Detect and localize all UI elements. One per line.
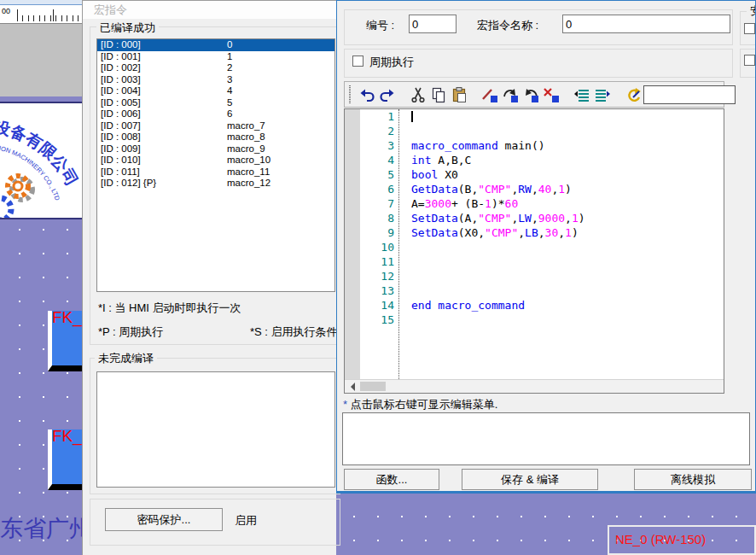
macro-list-item[interactable]: [ID : 009]macro_9	[97, 143, 334, 155]
horizontal-ruler: 00	[0, 5, 82, 24]
code-line: 6GetData(B,"CMP",RW,40,1)	[345, 182, 724, 196]
code-line: 9SetData(X0,"CMP",LB,30,1)	[345, 225, 724, 240]
macro-wizard-icon[interactable]	[623, 85, 643, 104]
editor-toolbar	[344, 81, 724, 108]
security-group-label: 安	[747, 3, 756, 19]
periodic-checkbox-label: 周期执行	[369, 55, 414, 70]
next-bookmark-icon[interactable]	[500, 85, 520, 104]
indent-icon[interactable]	[592, 85, 613, 104]
macro-list-item[interactable]: [ID : 007]macro_7	[97, 120, 334, 132]
toggle-bookmark-icon[interactable]	[480, 85, 500, 104]
code-line: 2	[345, 124, 724, 138]
macro-list-item[interactable]: [ID : 005]5	[97, 97, 334, 109]
code-line: 8SetData(A,"CMP",LW,9000,1)	[345, 211, 724, 225]
paste-icon[interactable]	[449, 85, 469, 104]
compiled-group-label: 已编译成功	[96, 20, 159, 36]
macro-id-label: 编号 :	[366, 18, 394, 33]
macro-list-dialog: 宏指令 已编译成功 [ID : 000]0[ID : 001]1[ID : 00…	[82, 0, 336, 555]
macro-list-item[interactable]: [ID : 006]6	[97, 108, 334, 120]
ruler-major-tick	[17, 9, 18, 21]
save-compile-button[interactable]: 保存 & 编译	[462, 469, 598, 490]
compiled-macro-list[interactable]: [ID : 000]0[ID : 001]1[ID : 002]2[ID : 0…	[96, 38, 335, 292]
ruler-label: 00	[2, 7, 10, 15]
outdent-icon[interactable]	[572, 85, 592, 104]
code-editor[interactable]: 123macro_command main()4int A,B,C5bool X…	[344, 108, 724, 394]
failed-macro-list[interactable]	[96, 371, 335, 488]
code-line: 1	[345, 109, 724, 124]
clear-bookmarks-icon[interactable]	[541, 85, 561, 104]
right-click-hint: * 点击鼠标右键可显示编辑菜单.	[343, 397, 497, 412]
macro-id-input[interactable]	[409, 15, 457, 33]
macro-editor-dialog: 编号 : 宏指令名称 : 安 周期执行	[336, 0, 756, 494]
code-line: 15	[345, 313, 724, 327]
toolbar-drag-handle[interactable]	[349, 85, 351, 103]
ruler-major-tick	[53, 9, 54, 21]
object-label: NE_0 (RW-150)	[615, 532, 706, 546]
note-condition: *S : 启用执行条件	[250, 324, 338, 340]
screen: 00 设备有限公司 TION MACHINERY CO., LTD	[0, 0, 756, 555]
code-line: 7A=3000+ (B-1)*60	[345, 196, 724, 211]
text-caret	[411, 111, 413, 122]
macro-list-item[interactable]: [ID : 012] {P}macro_12	[97, 178, 334, 190]
macro-list-item[interactable]: [ID : 001]1	[97, 51, 334, 63]
macro-name-input[interactable]	[562, 15, 730, 33]
copy-icon[interactable]	[428, 85, 449, 104]
functions-button[interactable]: 函数...	[344, 469, 439, 490]
function-key-object-fk2[interactable]: FK_2	[48, 429, 83, 490]
macro-list-item[interactable]: [ID : 011]macro_11	[97, 166, 334, 178]
macro-list-item[interactable]: [ID : 002]2	[97, 62, 334, 74]
code-line: 5bool X0	[345, 167, 724, 182]
code-line: 14end macro_command	[345, 298, 724, 313]
password-protect-button[interactable]: 密码保护...	[105, 508, 223, 531]
undo-icon[interactable]	[357, 85, 377, 104]
company-logo-image: 设备有限公司 TION MACHINERY CO., LTD	[0, 103, 82, 218]
company-logo-object[interactable]: 设备有限公司 TION MACHINERY CO., LTD	[0, 102, 82, 219]
cut-icon[interactable]	[408, 85, 428, 104]
canvas-text-object[interactable]: 东省广州	[0, 513, 92, 544]
macro-list-item[interactable]: [ID : 003]3	[97, 74, 334, 86]
toolbar-search-input[interactable]	[643, 85, 736, 104]
code-line: 13	[345, 283, 724, 298]
previous-bookmark-icon[interactable]	[520, 85, 541, 104]
password-status: 启用	[235, 513, 257, 529]
ruler-ticks	[17, 15, 82, 21]
numeric-object-ne0[interactable]: NE_0 (RW-150)	[608, 525, 756, 555]
macro-list-item[interactable]: [ID : 004]4	[97, 85, 334, 97]
note-startup: *I : 当 HMI 启动时即执行一次	[98, 301, 241, 316]
offline-simulation-button[interactable]: 离线模拟	[634, 469, 752, 490]
periodic-checkbox[interactable]	[352, 56, 363, 67]
macro-list-item[interactable]: [ID : 008]macro_8	[97, 131, 334, 143]
code-line: 12	[345, 269, 724, 283]
redo-icon[interactable]	[377, 85, 398, 104]
code-line: 11	[345, 254, 724, 269]
macro-list-item[interactable]: [ID : 010]macro_10	[97, 155, 334, 166]
dialog-title: 宏指令	[83, 1, 336, 19]
macro-name-label: 宏指令名称 :	[477, 18, 538, 33]
compile-message-box[interactable]	[342, 412, 750, 465]
failed-group-label: 未完成编译	[95, 351, 157, 366]
macro-list-item[interactable]: [ID : 000]0	[97, 39, 334, 51]
security-checkbox[interactable]	[744, 23, 755, 34]
security-checkbox-2[interactable]	[744, 55, 755, 66]
scroll-left-arrow[interactable]	[345, 380, 359, 393]
horizontal-scrollbar[interactable]	[345, 379, 724, 393]
code-line: 10	[345, 240, 724, 254]
code-line: 3macro_command main()	[345, 138, 724, 153]
canvas-outside-area	[0, 24, 82, 96]
note-periodic: *P : 周期执行	[98, 324, 163, 340]
scrollbar-thumb[interactable]	[360, 382, 386, 391]
function-key-object-fk0[interactable]: FK_0	[48, 311, 83, 371]
code-line: 4int A,B,C	[345, 153, 724, 167]
code-area[interactable]: 123macro_command main()4int A,B,C5bool X…	[345, 109, 724, 379]
